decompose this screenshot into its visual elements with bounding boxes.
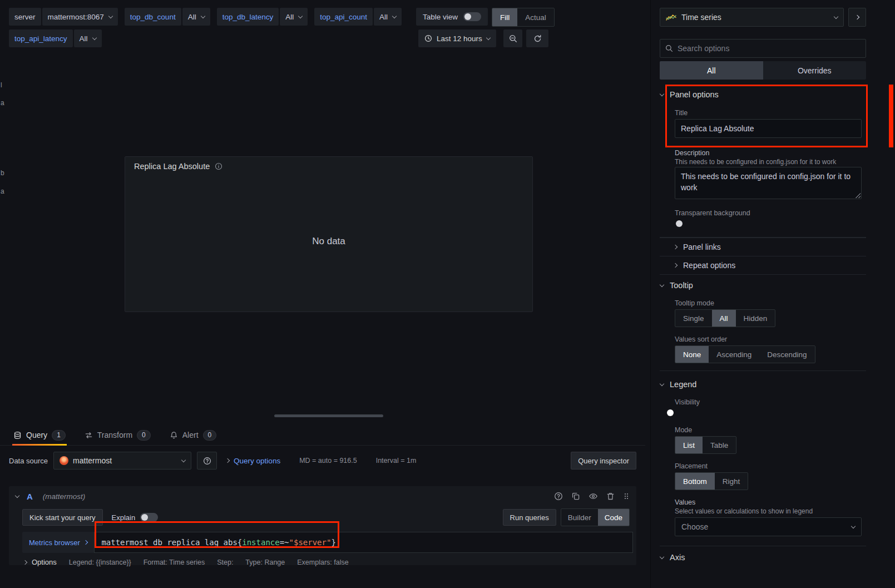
- values-sort-order-control: None Ascending Descending: [675, 345, 815, 363]
- datasource-label: Data source: [9, 457, 48, 465]
- table-view-toggle[interactable]: [463, 12, 481, 21]
- time-range-label: Last 12 hours: [437, 34, 482, 43]
- panel-options-sidebar: Time series All Overrides Panel options …: [650, 0, 895, 588]
- bell-icon: [170, 431, 178, 439]
- metrics-browser-button[interactable]: Metrics browser: [22, 532, 94, 553]
- divider: [660, 546, 866, 546]
- variable-label[interactable]: top_db_count: [125, 8, 181, 26]
- transform-count-badge: 0: [137, 430, 151, 441]
- variable-top-api-latency: top_api_latency All: [9, 29, 102, 47]
- time-range-picker[interactable]: Last 12 hours: [418, 29, 496, 47]
- editor-mode-control: Builder Code: [561, 508, 630, 526]
- tooltip-mode-all[interactable]: All: [712, 310, 736, 327]
- max-data-points-summary: MD = auto = 916.5: [299, 457, 357, 465]
- visualization-row: Time series: [660, 8, 866, 27]
- hide-query-icon[interactable]: [589, 492, 598, 501]
- builder-mode-option[interactable]: Builder: [561, 509, 598, 526]
- placement-right[interactable]: Right: [715, 473, 748, 490]
- panel-links-row[interactable]: Panel links: [660, 238, 866, 255]
- tooltip-mode-hidden[interactable]: Hidden: [736, 310, 775, 327]
- visualization-picker[interactable]: Time series: [660, 8, 844, 27]
- delete-query-icon[interactable]: [606, 492, 615, 501]
- query-editor-card: A (mattermost) Kic: [9, 486, 636, 565]
- legend-summary: Legend: {{instance}}: [69, 559, 131, 566]
- kick-start-query-button[interactable]: Kick start your query: [22, 509, 103, 526]
- variable-top-db-latency-dropdown[interactable]: All: [280, 8, 308, 26]
- variable-server-dropdown[interactable]: mattermost:8067: [42, 8, 118, 26]
- panel-header[interactable]: Replica Lag Absolute: [125, 157, 532, 176]
- chevron-down-icon: [660, 282, 664, 286]
- drag-handle-icon[interactable]: [623, 492, 630, 501]
- filter-tab-all[interactable]: All: [660, 61, 763, 80]
- section-panel-options[interactable]: Panel options: [660, 90, 719, 99]
- tooltip-mode-single[interactable]: Single: [675, 310, 712, 327]
- tooltip-mode-label: Tooltip mode: [675, 299, 714, 307]
- panel-title-input[interactable]: [675, 119, 862, 138]
- tab-query[interactable]: Query 1: [12, 425, 67, 445]
- divider: [660, 274, 866, 275]
- panel-description-textarea[interactable]: This needs to be configured in config.js…: [675, 167, 862, 199]
- search-icon: [665, 45, 673, 52]
- panel-resize-handle[interactable]: [274, 414, 383, 417]
- options-search: [660, 39, 866, 58]
- panel-info-icon[interactable]: [215, 162, 222, 170]
- chevron-down-icon: [181, 457, 186, 462]
- sort-descending[interactable]: Descending: [759, 346, 814, 363]
- fill-option[interactable]: Fill: [492, 8, 517, 26]
- tab-alert[interactable]: Alert 0: [169, 425, 217, 445]
- code-mode-option[interactable]: Code: [598, 509, 629, 526]
- section-axis[interactable]: Axis: [660, 553, 685, 562]
- options-toggle[interactable]: Options: [23, 558, 57, 566]
- placement-bottom[interactable]: Bottom: [675, 473, 715, 490]
- actual-option[interactable]: Actual: [517, 8, 554, 26]
- duplicate-query-icon[interactable]: [571, 492, 580, 501]
- datasource-help-button[interactable]: [197, 452, 217, 470]
- explain-label: Explain: [112, 513, 136, 522]
- collapse-query-icon[interactable]: [15, 493, 19, 497]
- variable-top-db-count-dropdown[interactable]: All: [182, 8, 210, 26]
- chevron-down-icon: [92, 35, 96, 39]
- sort-ascending[interactable]: Ascending: [709, 346, 759, 363]
- legend-values-label: Values: [675, 498, 695, 506]
- section-tooltip[interactable]: Tooltip: [660, 281, 693, 290]
- query-options-toggle[interactable]: Query options: [226, 457, 280, 465]
- legend-placement-label: Placement: [675, 462, 708, 470]
- query-help-icon[interactable]: [554, 492, 563, 501]
- promql-code-input[interactable]: mattermost_db_replica_lag_abs{instance=~…: [94, 532, 633, 553]
- query-icon: [13, 431, 22, 439]
- template-variables-row-1: server mattermost:8067 top_db_count All …: [9, 8, 402, 26]
- refresh-button[interactable]: [526, 29, 548, 47]
- variable-top-api-count: top_api_count All: [314, 8, 402, 26]
- variable-label[interactable]: top_db_latency: [217, 8, 279, 26]
- editor-tabs: Query 1 Transform 0 Alert 0: [0, 425, 645, 446]
- legend-mode-table[interactable]: Table: [703, 437, 736, 453]
- legend-values-select[interactable]: Choose: [675, 517, 862, 536]
- sort-none[interactable]: None: [675, 346, 709, 363]
- type-summary: Type: Range: [245, 559, 285, 566]
- filter-tab-overrides[interactable]: Overrides: [763, 61, 867, 80]
- chevron-right-icon: [83, 540, 88, 545]
- description-hint: This needs to be configured in config.js…: [675, 158, 836, 166]
- search-options-input[interactable]: [678, 44, 861, 53]
- legend-mode-list[interactable]: List: [675, 437, 703, 453]
- variable-top-api-latency-dropdown[interactable]: All: [74, 29, 102, 47]
- variable-label[interactable]: top_api_count: [314, 8, 373, 26]
- variable-label[interactable]: top_api_latency: [9, 29, 73, 47]
- chevron-right-icon: [673, 244, 678, 249]
- zoom-out-time-button[interactable]: [503, 29, 522, 47]
- divider: [660, 370, 866, 371]
- collapse-sidebar-button[interactable]: [848, 8, 866, 27]
- repeat-options-row[interactable]: Repeat options: [660, 256, 866, 274]
- query-ref-id: A: [27, 492, 33, 501]
- query-inspector-button[interactable]: Query inspector: [571, 452, 636, 470]
- alert-count-badge: 0: [203, 430, 217, 441]
- legend-visibility-label: Visibility: [675, 398, 700, 406]
- table-view-label: Table view: [423, 13, 458, 21]
- variable-top-api-count-dropdown[interactable]: All: [374, 8, 402, 26]
- datasource-picker[interactable]: mattermost: [53, 452, 191, 470]
- tab-transform[interactable]: Transform 0: [83, 425, 152, 445]
- section-legend[interactable]: Legend: [660, 380, 696, 389]
- edge-letter: b: [1, 169, 4, 177]
- explain-toggle[interactable]: [140, 513, 158, 522]
- run-queries-button[interactable]: Run queries: [503, 509, 556, 526]
